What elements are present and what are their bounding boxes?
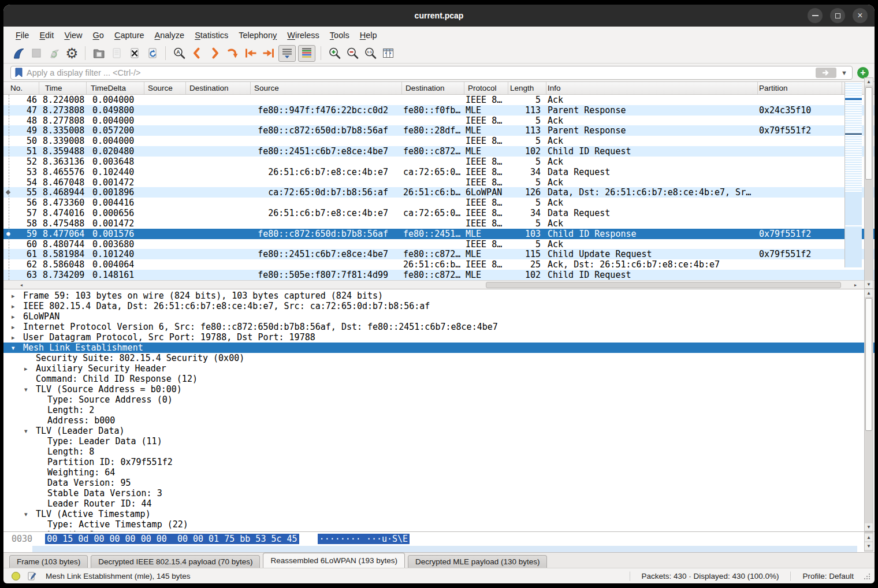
packet-row-48[interactable]: 488.2778080.004000IEEE 8…5Ack bbox=[3, 116, 875, 126]
menu-analyze[interactable]: Analyze bbox=[150, 29, 190, 42]
tab-reassembled-6lowpan[interactable]: Reassembled 6LoWPAN (193 bytes) bbox=[263, 553, 405, 568]
scroll-down-icon[interactable]: ▼ bbox=[865, 523, 873, 531]
go-to-packet-button[interactable] bbox=[225, 45, 240, 62]
hex-scrollbar[interactable]: ▲ ▼ bbox=[864, 532, 873, 552]
detail-line[interactable]: Data Version: 95 bbox=[3, 478, 875, 488]
packet-row-53[interactable]: 538.4655760.10244026:51:c6:b7:e8:ce:4b:e… bbox=[3, 167, 875, 177]
status-profile[interactable]: Profile: Default bbox=[802, 572, 854, 580]
zoom-in-button[interactable] bbox=[326, 45, 342, 62]
packet-row-62[interactable]: 628.5860480.00406426:51:c6:b…IEEE 8…25Ac… bbox=[3, 259, 875, 270]
packet-list-scroll-thumb[interactable] bbox=[865, 87, 872, 180]
find-packet-button[interactable]: A bbox=[171, 45, 187, 62]
detail-line[interactable]: Command: Child ID Response (12) bbox=[3, 374, 875, 384]
packet-row-59[interactable]: 598.4770640.001576fe80::c872:650d:b7b8:5… bbox=[3, 229, 875, 239]
auto-scroll-toggle[interactable] bbox=[278, 45, 296, 62]
menu-help[interactable]: Help bbox=[355, 29, 382, 42]
menu-statistics[interactable]: Statistics bbox=[189, 29, 233, 42]
column-header-src1[interactable]: Source bbox=[144, 82, 186, 94]
packet-row-51[interactable]: 518.3594880.020480fe80::2451:c6b7:e8ce:4… bbox=[3, 146, 875, 157]
menu-capture[interactable]: Capture bbox=[109, 29, 150, 42]
column-header-proto[interactable]: Protocol bbox=[464, 82, 508, 94]
column-header-time[interactable]: Time bbox=[39, 82, 87, 94]
tab-decrypted-mle-payload[interactable]: Decrypted MLE payload (130 bytes) bbox=[408, 555, 547, 568]
open-file-button[interactable] bbox=[91, 45, 106, 62]
stop-capture-button[interactable] bbox=[28, 45, 44, 62]
display-filter-box[interactable]: ▼ bbox=[10, 66, 853, 80]
expert-info-icon[interactable] bbox=[12, 572, 20, 580]
minimize-button[interactable] bbox=[808, 8, 823, 23]
hex-bytes-selected[interactable]: 00 15 0d 00 00 00 00 00 00 00 01 75 bb 5… bbox=[45, 534, 299, 544]
detail-line[interactable]: ▾TLV (Source Address = b0:00) bbox=[3, 384, 875, 395]
collapse-icon[interactable]: ▾ bbox=[24, 511, 36, 518]
packet-row-58[interactable]: 588.4754880.001472IEEE 8…5Ack bbox=[3, 218, 875, 229]
filter-dropdown-icon[interactable]: ▼ bbox=[840, 69, 849, 76]
hex-ascii-selected[interactable]: ········ ···u·S\E bbox=[318, 534, 410, 544]
detail-line[interactable]: ▸6LoWPAN bbox=[3, 311, 875, 322]
detail-line[interactable]: Address: b000 bbox=[3, 415, 875, 426]
packet-row-60[interactable]: 608.4807440.003680IEEE 8…5Ack bbox=[3, 239, 875, 250]
detail-line[interactable]: Partition ID: 0x79f551f2 bbox=[3, 457, 875, 467]
packet-row-50[interactable]: 508.3390080.004000IEEE 8…5Ack bbox=[3, 136, 875, 146]
column-header-delta[interactable]: TimeDelta bbox=[87, 82, 144, 94]
display-filter-input[interactable] bbox=[27, 68, 812, 77]
packet-row-56[interactable]: 568.4733600.004416IEEE 8…5Ack bbox=[3, 198, 875, 208]
details-scroll-thumb[interactable] bbox=[865, 298, 872, 431]
column-header-src2[interactable]: Source bbox=[251, 82, 402, 94]
colorize-toggle[interactable] bbox=[298, 45, 315, 62]
detail-line[interactable]: Type: Leader Data (11) bbox=[3, 436, 875, 446]
detail-line[interactable]: Type: Source Address (0) bbox=[3, 395, 875, 405]
packet-row-55[interactable]: 558.4689440.001896ca:72:65:0d:b7:b8:56:a… bbox=[3, 187, 875, 198]
detail-line[interactable]: Leader Router ID: 44 bbox=[3, 498, 875, 509]
expand-icon[interactable]: ▸ bbox=[12, 334, 23, 341]
column-header-len[interactable]: Length bbox=[508, 82, 546, 94]
collapse-icon[interactable]: ▾ bbox=[24, 386, 36, 393]
start-capture-button[interactable] bbox=[10, 45, 26, 62]
detail-line[interactable]: ▾Mesh Link Establishment bbox=[3, 343, 875, 353]
go-back-button[interactable] bbox=[189, 45, 204, 62]
menu-edit[interactable]: Edit bbox=[34, 29, 59, 42]
detail-line[interactable]: Stable Data Version: 3 bbox=[3, 488, 875, 498]
menu-view[interactable]: View bbox=[59, 29, 87, 42]
hscroll-right-arrow-icon[interactable]: ▸ bbox=[851, 281, 860, 289]
menu-wireless[interactable]: Wireless bbox=[282, 29, 325, 42]
detail-line[interactable]: ▸Auxiliary Security Header bbox=[3, 363, 875, 374]
detail-line[interactable]: ▾TLV (Active Timestamp) bbox=[3, 509, 875, 519]
save-file-button[interactable] bbox=[109, 45, 124, 62]
column-header-part[interactable]: Partition bbox=[758, 82, 842, 94]
expand-icon[interactable]: ▸ bbox=[12, 323, 23, 331]
scroll-down-icon[interactable]: ▼ bbox=[865, 542, 873, 550]
menu-tools[interactable]: Tools bbox=[325, 29, 355, 42]
details-scrollbar[interactable]: ▲ ▼ bbox=[864, 289, 873, 531]
go-last-button[interactable] bbox=[261, 45, 276, 62]
hscroll-left-arrow-icon[interactable]: ◂ bbox=[17, 281, 25, 289]
resize-columns-button[interactable] bbox=[380, 45, 396, 62]
packet-row-52[interactable]: 528.3631360.003648IEEE 8…5Ack bbox=[3, 157, 875, 167]
detail-line[interactable]: ▸User Datagram Protocol, Src Port: 19788… bbox=[3, 332, 875, 343]
reload-file-button[interactable] bbox=[144, 45, 160, 62]
packet-row-49[interactable]: 498.3350080.057200fe80::c872:650d:b7b8:5… bbox=[3, 125, 875, 136]
scroll-up-icon[interactable]: ▲ bbox=[865, 289, 873, 297]
menu-telephony[interactable]: Telephony bbox=[233, 29, 282, 42]
hex-row[interactable]: 0030 00 15 0d 00 00 00 00 00 00 00 01 75… bbox=[3, 532, 875, 544]
detail-line[interactable]: Weighting: 64 bbox=[3, 467, 875, 478]
scroll-up-icon[interactable]: ▲ bbox=[865, 78, 873, 85]
packet-row-47[interactable]: 478.2738080.049800fe80::947f:f476:22bc:c… bbox=[3, 105, 875, 116]
menu-file[interactable]: File bbox=[10, 29, 34, 42]
maximize-button[interactable] bbox=[830, 8, 845, 23]
packet-minimap[interactable] bbox=[844, 82, 862, 267]
expand-icon[interactable]: ▸ bbox=[12, 303, 23, 310]
detail-line[interactable]: Length: 2 bbox=[3, 405, 875, 415]
packet-row-61[interactable]: 618.5819840.101240fe80::2451:c6b7:e8ce:4… bbox=[3, 249, 875, 259]
menu-go[interactable]: Go bbox=[88, 29, 109, 42]
expand-icon[interactable]: ▸ bbox=[12, 292, 23, 300]
capture-comment-icon[interactable] bbox=[27, 571, 36, 580]
tab-decrypted-ieee-payload[interactable]: Decrypted IEEE 802.15.4 payload (70 byte… bbox=[91, 555, 260, 568]
go-forward-button[interactable] bbox=[207, 45, 222, 62]
zoom-out-button[interactable] bbox=[344, 45, 360, 62]
column-header-dst1[interactable]: Destination bbox=[186, 82, 251, 94]
packet-list-scrollbar[interactable]: ▲ ▼ bbox=[864, 77, 873, 289]
scroll-down-icon[interactable]: ▼ bbox=[865, 281, 873, 288]
restart-capture-button[interactable] bbox=[46, 45, 62, 62]
column-header-info[interactable]: Info bbox=[546, 82, 758, 94]
detail-line[interactable]: Security Suite: 802.15.4 Security (0x00) bbox=[3, 353, 875, 363]
